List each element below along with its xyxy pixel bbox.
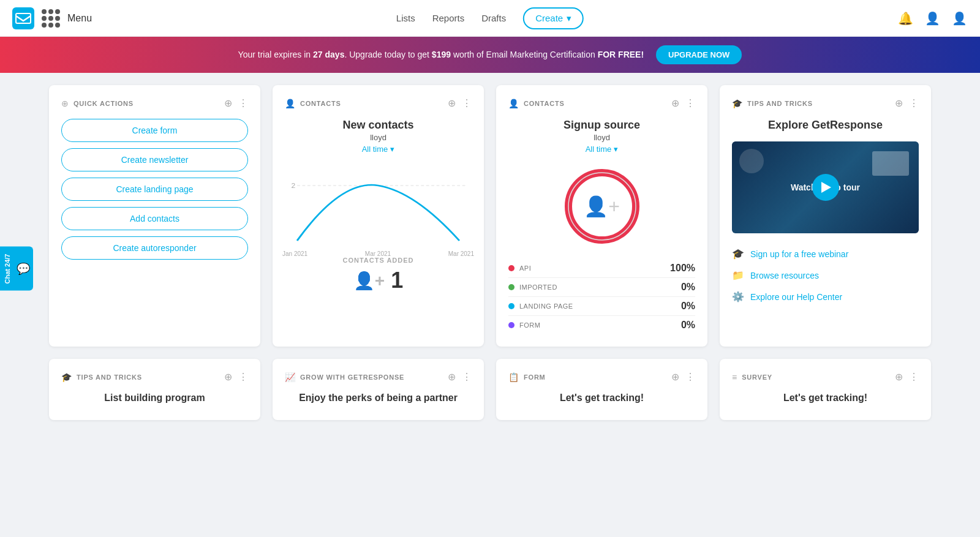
- logo-icon: [12, 7, 34, 29]
- tips-tricks-actions: ⊕ ⋮: [895, 97, 919, 109]
- video-thumbnail[interactable]: Watch video tour: [732, 141, 919, 233]
- list-building-header: 🎓 TIPS AND TRICKS ⊕ ⋮: [61, 371, 248, 383]
- chat-icon: 💬: [16, 261, 29, 275]
- chart-labels: Jan 2021 Mar 2021 Mar 2021: [282, 250, 474, 257]
- create-newsletter-button[interactable]: Create newsletter: [61, 148, 248, 171]
- signup-source-header-left: 👤 CONTACTS: [508, 99, 565, 108]
- list-building-card: 🎓 TIPS AND TRICKS ⊕ ⋮ List building prog…: [49, 359, 260, 420]
- new-contacts-actions: ⊕ ⋮: [448, 97, 472, 109]
- form-tracking-header: 📋 FORM ⊕ ⋮: [508, 371, 695, 383]
- chat-label: Chat 24/7: [4, 253, 11, 284]
- tips-link-help[interactable]: ⚙️ Explore our Help Center: [732, 286, 919, 307]
- nav-drafts[interactable]: Drafts: [481, 13, 506, 23]
- partner-card: 📈 GROW WITH GETRESPONSE ⊕ ⋮ Enjoy the pe…: [273, 359, 484, 420]
- new-contacts-card: 👤 CONTACTS ⊕ ⋮ New contacts lloyd All ti…: [273, 85, 484, 347]
- tips-link-webinar[interactable]: 🎓 Sign up for a free webinar: [732, 243, 919, 265]
- help-icon: ⚙️: [732, 291, 744, 302]
- partner-title: Enjoy the perks of being a partner: [285, 392, 472, 404]
- signup-source-header: 👤 CONTACTS ⊕ ⋮: [508, 97, 695, 109]
- move-icon-4[interactable]: ⊕: [895, 97, 903, 109]
- chat-sidebar[interactable]: 💬 Chat 24/7: [0, 246, 33, 291]
- source-circle-container: 👤+: [508, 163, 695, 249]
- tips-link-resources[interactable]: 📁 Browse resources: [732, 265, 919, 286]
- play-triangle-icon: [821, 182, 831, 193]
- all-time-selector[interactable]: All time ▾: [285, 145, 472, 154]
- tips-tricks-header-left: 🎓 TIPS AND TRICKS: [732, 99, 813, 108]
- source-api: API 100%: [508, 259, 695, 278]
- header-right: 🔔 👤 👤: [897, 10, 968, 27]
- create-form-button[interactable]: Create form: [61, 119, 248, 142]
- survey-tracking-card: ≡ SURVEY ⊕ ⋮ Let's get tracking!: [720, 359, 931, 420]
- support-icon[interactable]: 👤: [924, 10, 941, 27]
- quick-actions-header: ⊕ QUICK ACTIONS ⊕ ⋮: [61, 97, 248, 109]
- help-link-text[interactable]: Explore our Help Center: [750, 292, 842, 302]
- contacts-added-value: 👤+ 1: [285, 268, 472, 293]
- list-building-icon: 🎓: [61, 372, 72, 382]
- signup-source-title: Signup source: [508, 119, 695, 132]
- signup-source-card-title: CONTACTS: [524, 100, 565, 107]
- source-imported: IMPORTED 0%: [508, 278, 695, 297]
- partner-icon: 📈: [285, 372, 295, 382]
- list-building-title: List building program: [61, 392, 248, 404]
- move-icon-3[interactable]: ⊕: [671, 97, 679, 109]
- svg-text:2: 2: [291, 182, 295, 189]
- more-icon-5[interactable]: ⋮: [238, 371, 248, 383]
- signup-all-time-selector[interactable]: All time ▾: [508, 145, 695, 154]
- move-icon[interactable]: ⊕: [224, 97, 232, 109]
- menu-dots[interactable]: [42, 9, 60, 28]
- survey-icon: ≡: [732, 372, 737, 382]
- play-button[interactable]: [812, 174, 839, 201]
- more-icon-7[interactable]: ⋮: [685, 371, 695, 383]
- nav-reports[interactable]: Reports: [432, 13, 465, 23]
- source-form: FORM 0%: [508, 316, 695, 334]
- create-button[interactable]: Create ▾: [523, 7, 584, 29]
- contacts-icon-2: 👤: [508, 99, 519, 108]
- contacts-added-section: CONTACTS ADDED 👤+ 1: [285, 257, 472, 293]
- tips-tricks-title: Explore GetResponse: [732, 119, 919, 132]
- nav-lists[interactable]: Lists: [396, 13, 415, 23]
- tips-tricks-card: 🎓 TIPS AND TRICKS ⊕ ⋮ Explore GetRespons…: [720, 85, 931, 347]
- imported-dot: [508, 284, 514, 290]
- move-icon-2[interactable]: ⊕: [448, 97, 456, 109]
- survey-tracking-title: Let's get tracking!: [732, 392, 919, 404]
- new-contacts-header-left: 👤 CONTACTS: [285, 99, 341, 108]
- webinar-link-text[interactable]: Sign up for a free webinar: [750, 249, 848, 259]
- new-contacts-title: CONTACTS: [300, 100, 341, 107]
- form-tracking-title: Let's get tracking!: [508, 392, 695, 404]
- api-dot: [508, 265, 514, 271]
- form-dot: [508, 322, 514, 328]
- more-icon-3[interactable]: ⋮: [685, 97, 695, 109]
- more-icon[interactable]: ⋮: [238, 97, 248, 109]
- header: Menu Lists Reports Drafts Create ▾ 🔔 👤 👤: [0, 0, 980, 37]
- more-icon-2[interactable]: ⋮: [462, 97, 472, 109]
- quick-actions-header-left: ⊕ QUICK ACTIONS: [61, 99, 134, 108]
- form-icon: 📋: [508, 372, 519, 382]
- contacts-icon: 👤: [285, 99, 295, 108]
- partner-header: 📈 GROW WITH GETRESPONSE ⊕ ⋮: [285, 371, 472, 383]
- dashboard-bottom-grid: 🎓 TIPS AND TRICKS ⊕ ⋮ List building prog…: [49, 359, 931, 420]
- create-landing-page-button[interactable]: Create landing page: [61, 178, 248, 201]
- more-icon-4[interactable]: ⋮: [909, 97, 919, 109]
- notification-icon[interactable]: 🔔: [897, 10, 914, 27]
- move-icon-8[interactable]: ⊕: [895, 371, 903, 383]
- main-dashboard: ⊕ QUICK ACTIONS ⊕ ⋮ Create form Create n…: [0, 73, 980, 432]
- banner-text: Your trial expires in 27 days. Upgrade t…: [238, 50, 646, 59]
- new-contacts-chart: 2 Jan 2021 Mar 2021 Mar 2021: [282, 161, 474, 247]
- more-icon-8[interactable]: ⋮: [909, 371, 919, 383]
- move-icon-6[interactable]: ⊕: [448, 371, 456, 383]
- more-icon-6[interactable]: ⋮: [462, 371, 472, 383]
- create-autoresponder-button[interactable]: Create autoresponder: [61, 236, 248, 260]
- menu-label[interactable]: Menu: [67, 13, 92, 24]
- move-icon-5[interactable]: ⊕: [224, 371, 232, 383]
- dashboard-top-grid: ⊕ QUICK ACTIONS ⊕ ⋮ Create form Create n…: [49, 85, 931, 347]
- source-landing-page: LANDING PAGE 0%: [508, 297, 695, 316]
- source-donut-chart: 👤+: [559, 163, 645, 249]
- add-contacts-button[interactable]: Add contacts: [61, 207, 248, 230]
- upgrade-now-button[interactable]: UPGRADE NOW: [656, 45, 742, 64]
- move-icon-7[interactable]: ⊕: [671, 371, 679, 383]
- tips-icon: 🎓: [732, 99, 742, 108]
- profile-icon[interactable]: 👤: [951, 10, 968, 27]
- resources-link-text[interactable]: Browse resources: [750, 271, 819, 280]
- signup-source-actions: ⊕ ⋮: [671, 97, 695, 109]
- header-left: Menu: [12, 7, 92, 29]
